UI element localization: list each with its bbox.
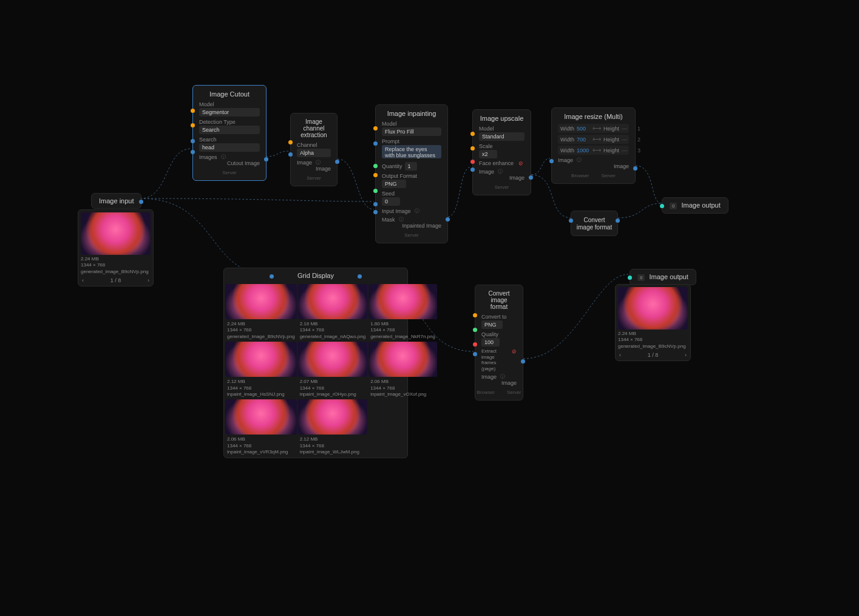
output-port[interactable] xyxy=(521,359,525,364)
model-port[interactable] xyxy=(470,132,475,136)
search-input[interactable] xyxy=(199,143,260,152)
link-icon[interactable]: ⟷ xyxy=(592,136,601,143)
model-input[interactable] xyxy=(382,127,441,136)
server-button[interactable]: Server xyxy=(199,170,260,175)
grid-thumbnail[interactable] xyxy=(368,342,437,377)
format-port[interactable] xyxy=(373,173,378,177)
grid-thumbnail[interactable] xyxy=(298,284,368,319)
grid-thumbnail[interactable] xyxy=(225,284,297,319)
model-port[interactable] xyxy=(373,126,378,130)
resize-row-3[interactable]: Width1000 ⟷ Height--- 3 xyxy=(558,146,629,155)
server-button[interactable]: Server xyxy=(601,173,616,178)
node-title: Grid Display xyxy=(224,268,407,283)
toggle-off-icon[interactable]: ⊘ xyxy=(512,348,517,354)
image-port[interactable] xyxy=(288,152,293,157)
seed-port[interactable] xyxy=(373,189,378,193)
quantity-port[interactable] xyxy=(373,164,378,168)
input-port[interactable] xyxy=(628,276,632,280)
seed-input[interactable] xyxy=(382,197,400,206)
output-port[interactable] xyxy=(446,217,450,222)
grid-item[interactable]: 2.07 MB1344 × 768inpaint_image_rOHyo.png xyxy=(298,342,368,398)
prev-button[interactable]: ‹ xyxy=(619,352,621,358)
extract-port[interactable] xyxy=(473,342,477,347)
toggle-off-icon[interactable]: ⊘ xyxy=(518,160,523,166)
model-input[interactable] xyxy=(479,132,525,141)
output-port[interactable] xyxy=(139,200,143,204)
input-port[interactable] xyxy=(569,218,573,223)
scale-input[interactable] xyxy=(479,150,497,158)
output-port[interactable] xyxy=(529,175,533,180)
resize-row-2[interactable]: Width700 ⟷ Height--- 2 xyxy=(558,135,629,144)
format-input[interactable] xyxy=(382,180,406,188)
input-port[interactable] xyxy=(270,274,274,279)
prev-button[interactable]: ‹ xyxy=(82,277,84,283)
grid-thumbnail[interactable] xyxy=(225,342,297,377)
output-port[interactable] xyxy=(616,218,620,223)
preview-thumbnail[interactable] xyxy=(618,287,688,330)
output-port[interactable] xyxy=(264,157,268,161)
output-port[interactable] xyxy=(358,274,362,279)
prompt-port[interactable] xyxy=(373,141,378,146)
resize-row-1[interactable]: Width500 ⟷ Height--- 1 xyxy=(558,124,629,133)
upscale-node[interactable]: Image upscale Model Scale Face enhance⊘ … xyxy=(472,109,531,195)
input-image-port[interactable] xyxy=(373,202,378,206)
model-input[interactable] xyxy=(199,108,260,117)
node-label: Image output xyxy=(650,273,688,280)
next-button[interactable]: › xyxy=(148,277,149,283)
detection-type-input[interactable] xyxy=(199,126,260,134)
image-port[interactable] xyxy=(470,168,475,172)
preview-thumbnail[interactable] xyxy=(81,212,151,255)
model-port[interactable] xyxy=(191,109,195,113)
grid-item[interactable]: 2.06 MB1344 × 768inpaint_image_vVR3qM.pn… xyxy=(225,399,297,456)
image-cutout-node[interactable]: Image Cutout Model Detection Type Search… xyxy=(192,85,267,181)
images-port[interactable] xyxy=(191,150,195,154)
prompt-input[interactable] xyxy=(382,145,441,158)
output-port[interactable] xyxy=(335,160,339,164)
link-icon[interactable]: ⟷ xyxy=(592,147,601,154)
convert-to-port[interactable] xyxy=(473,313,477,317)
next-button[interactable]: › xyxy=(685,352,687,358)
scale-port[interactable] xyxy=(470,146,475,151)
grid-thumbnail[interactable] xyxy=(225,399,297,435)
quality-port[interactable] xyxy=(473,328,477,332)
grid-thumbnail[interactable] xyxy=(368,284,437,319)
grid-item[interactable]: 2.18 MB1344 × 768generated_image_nAQwo.p… xyxy=(298,284,368,340)
channel-port[interactable] xyxy=(288,140,293,144)
server-button[interactable]: Server xyxy=(297,175,331,181)
grid-item[interactable]: 1.80 MB1344 × 768generated_image_NkR7n.p… xyxy=(368,284,437,340)
face-enhance-port[interactable] xyxy=(470,160,475,164)
info-icon: ⓘ xyxy=(221,154,226,160)
detection-type-port[interactable] xyxy=(191,123,195,127)
convert-to-input[interactable] xyxy=(481,320,503,329)
server-button[interactable]: Server xyxy=(507,390,521,395)
quantity-input[interactable] xyxy=(405,162,417,171)
grid-item[interactable]: 2.24 MB1344 × 768generated_image_B9cNVp.… xyxy=(225,284,297,340)
server-button[interactable]: Server xyxy=(382,232,441,238)
quality-input[interactable] xyxy=(481,338,500,347)
convert-format-node-2[interactable]: Convert image format Convert to Quality … xyxy=(475,285,523,401)
browser-button[interactable]: Browser xyxy=(571,173,589,178)
grid-item[interactable]: 2.12 MB1344 × 768inpaint_image_WLJwM.png xyxy=(298,399,368,456)
image-input-node[interactable]: Image input xyxy=(91,193,141,209)
link-icon[interactable]: ⟷ xyxy=(592,125,601,132)
grid-item[interactable]: 2.06 MB1344 × 768inpaint_image_vOXof.png xyxy=(368,342,437,398)
input-port[interactable] xyxy=(660,204,664,208)
mask-port[interactable] xyxy=(373,210,378,214)
output-port[interactable] xyxy=(633,166,637,171)
search-port[interactable] xyxy=(191,139,195,143)
grid-thumbnail[interactable] xyxy=(298,342,368,377)
image-port[interactable] xyxy=(549,159,554,163)
channel-input[interactable] xyxy=(297,149,331,157)
image-output-node-1[interactable]: 0 Image output xyxy=(662,197,728,214)
server-button[interactable]: Server xyxy=(479,184,525,190)
grid-item[interactable]: 2.12 MB1344 × 768inpaint_image_HsSNJ.png xyxy=(225,342,297,398)
image-output-node-2[interactable]: 8 Image output xyxy=(630,269,696,285)
grid-display-node[interactable]: Grid Display 2.24 MB1344 × 768generated_… xyxy=(223,268,408,458)
channel-extraction-node[interactable]: Image channel extraction Channel Imageⓘ … xyxy=(290,113,338,186)
convert-format-node-1[interactable]: Convert image format xyxy=(571,211,618,236)
inpainting-node[interactable]: Image inpainting Model Prompt Quantity O… xyxy=(375,104,448,243)
grid-thumbnail[interactable] xyxy=(298,399,368,435)
browser-button[interactable]: Browser xyxy=(477,390,495,395)
resize-multi-node[interactable]: Image resize (Multi) Width500 ⟷ Height--… xyxy=(551,107,636,184)
image-port[interactable] xyxy=(473,352,477,356)
